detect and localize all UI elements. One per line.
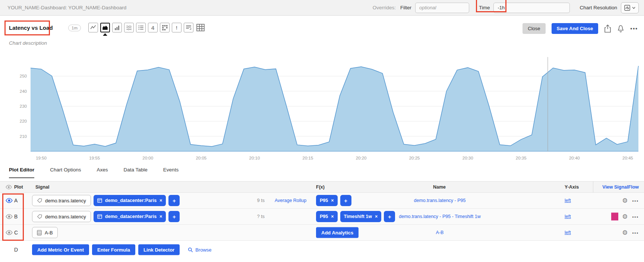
plot-row-b: B demo.trans.latency demo_datacenter:Par…	[0, 209, 644, 225]
svg-text:220: 220	[20, 119, 27, 123]
col-y-axis: Y-Axis	[565, 184, 579, 190]
single-value-chart-icon[interactable]: 4	[148, 23, 158, 32]
share-icon[interactable]	[604, 25, 611, 33]
event-feed-chart-icon[interactable]: !	[172, 23, 181, 32]
y-axis-cell: left	[565, 230, 571, 235]
svg-text:19:55: 19:55	[89, 156, 100, 160]
y-axis-link[interactable]: left	[565, 230, 571, 235]
signal-input[interactable]: demo.trans.latency	[32, 211, 91, 222]
svg-text:210: 210	[20, 134, 27, 139]
signal-cell: demo.trans.latency demo_datacenter:Paris…	[32, 211, 180, 222]
tab-chart-options[interactable]: Chart Options	[50, 167, 81, 178]
chart-resolution-dropdown[interactable]	[621, 2, 639, 13]
area-chart-icon[interactable]	[100, 23, 110, 32]
resolution-badge: 1m	[68, 25, 81, 31]
time-group: Time	[479, 3, 570, 13]
name-cell: demo.trans.latency - P95 - Timeshift 1w	[358, 214, 522, 219]
svg-text:240: 240	[20, 89, 27, 94]
svg-text:20:20: 20:20	[356, 156, 367, 160]
rollup-link[interactable]: Average Rollup	[275, 198, 306, 203]
plot-visibility-toggle[interactable]	[5, 230, 13, 235]
list-chart-icon[interactable]	[136, 23, 146, 32]
col-name: Name	[433, 184, 446, 190]
tab-plot-editor[interactable]: Plot Editor	[9, 167, 34, 178]
breadcrumb: YOUR_NAME-Dashboard: YOUR_NAME-Dashboard	[7, 5, 126, 10]
search-icon	[188, 247, 193, 252]
filter-chip[interactable]: demo_datacenter:Paris×	[94, 211, 166, 222]
plot-name-link[interactable]: demo.trans.latency - P95 - Timeshift 1w	[399, 214, 481, 219]
line-chart-icon[interactable]	[88, 23, 98, 32]
add-filter-button[interactable]: +	[168, 211, 180, 222]
stacked-chart-icon[interactable]	[124, 23, 134, 32]
enter-formula-button[interactable]: Enter Formula	[92, 244, 135, 255]
remove-analytics-icon[interactable]: ×	[331, 198, 334, 203]
view-signalflow-link[interactable]: View SignalFlow	[602, 184, 639, 190]
heatmap-chart-icon[interactable]	[160, 23, 170, 32]
filter-chip[interactable]: demo_datacenter:Paris×	[94, 195, 166, 206]
gear-icon[interactable]: ⚙	[622, 198, 628, 204]
plot-visibility-toggle[interactable]	[5, 214, 13, 219]
plot-visibility-toggle[interactable]	[5, 198, 13, 203]
add-row-actions: Add Metric Or EventEnter FormulaLink Det…	[32, 244, 212, 255]
svg-text:230: 230	[20, 104, 27, 108]
add-analytics-button[interactable]: Add Analytics	[316, 227, 359, 238]
plot-row-a: A demo.trans.latency demo_datacenter:Par…	[0, 193, 644, 209]
save-and-close-button[interactable]: Save And Close	[552, 23, 599, 34]
gear-icon[interactable]: ⚙	[622, 214, 628, 220]
editor-tabs: Plot EditorChart OptionsAxesData TableEv…	[9, 167, 179, 178]
filter-label: Filter	[400, 5, 411, 10]
color-swatch[interactable]	[611, 213, 618, 221]
chart-title[interactable]: Latency vs Load	[9, 25, 53, 31]
add-filter-button[interactable]: +	[168, 195, 180, 206]
row-more-options-icon[interactable]: •••	[632, 214, 639, 219]
plot-row-d: D Add Metric Or EventEnter FormulaLink D…	[0, 241, 644, 259]
y-axis-cell: left	[565, 214, 571, 219]
tab-events[interactable]: Events	[163, 167, 179, 178]
y-axis-link[interactable]: left	[565, 214, 571, 219]
timeseries-count: 9 ts	[246, 198, 265, 203]
row-more-options-icon[interactable]: •••	[632, 230, 639, 235]
plot-letter: A	[14, 198, 18, 203]
bell-icon[interactable]	[617, 25, 624, 33]
add-metric-or-event-button[interactable]: Add Metric Or Event	[32, 244, 89, 255]
col-plot: Plot	[14, 184, 23, 190]
analytics-chip[interactable]: P95×	[316, 195, 338, 206]
signal-input[interactable]: demo.trans.latency	[32, 195, 91, 206]
eye-icon[interactable]	[5, 184, 12, 189]
signal-input[interactable]: A-B	[32, 227, 58, 238]
chart-area[interactable]: 21022023024025019:5019:5520:0020:0520:10…	[9, 55, 640, 162]
col-signal: Signal	[35, 184, 50, 190]
remove-filter-icon[interactable]: ×	[160, 198, 162, 203]
name-cell: A-B	[358, 230, 522, 235]
svg-text:20:15: 20:15	[303, 156, 313, 160]
y-axis-link[interactable]: left	[565, 198, 571, 203]
add-analytics-button[interactable]: +	[340, 195, 351, 206]
plot-name-link[interactable]: A-B	[436, 230, 444, 235]
filter-input[interactable]	[415, 3, 469, 13]
chart-description[interactable]: Chart description	[9, 40, 47, 46]
tab-axes[interactable]: Axes	[97, 167, 108, 178]
remove-analytics-icon[interactable]: ×	[331, 214, 334, 219]
y-axis-cell: left	[565, 198, 571, 203]
link-detector-button[interactable]: Link Detector	[138, 244, 180, 255]
table-chart-icon[interactable]	[196, 23, 205, 32]
plot-name-link[interactable]: demo.trans.latency - P95	[414, 198, 466, 203]
fx-cell: P95×+	[316, 195, 351, 206]
overrides-controls: Overrides: Filter Time Chart Resolution	[373, 2, 639, 13]
row-more-options-icon[interactable]: •••	[632, 198, 639, 203]
row-actions: ⚙ •••	[622, 198, 639, 204]
text-note-chart-icon[interactable]	[184, 23, 193, 32]
close-button[interactable]: Close	[523, 23, 545, 34]
svg-text:20:40: 20:40	[569, 156, 580, 160]
browse-link[interactable]: Browse	[188, 247, 211, 253]
svg-text:20:30: 20:30	[463, 156, 473, 160]
gear-icon[interactable]: ⚙	[622, 230, 628, 236]
column-chart-icon[interactable]	[112, 23, 122, 32]
tab-data-table[interactable]: Data Table	[124, 167, 148, 178]
remove-filter-icon[interactable]: ×	[160, 214, 162, 219]
svg-text:20:35: 20:35	[516, 156, 527, 160]
more-options-icon[interactable]: •••	[630, 26, 638, 32]
analytics-chip[interactable]: P95×	[316, 211, 338, 222]
time-input[interactable]	[493, 3, 570, 13]
editor-actions: Close Save And Close •••	[523, 23, 638, 34]
